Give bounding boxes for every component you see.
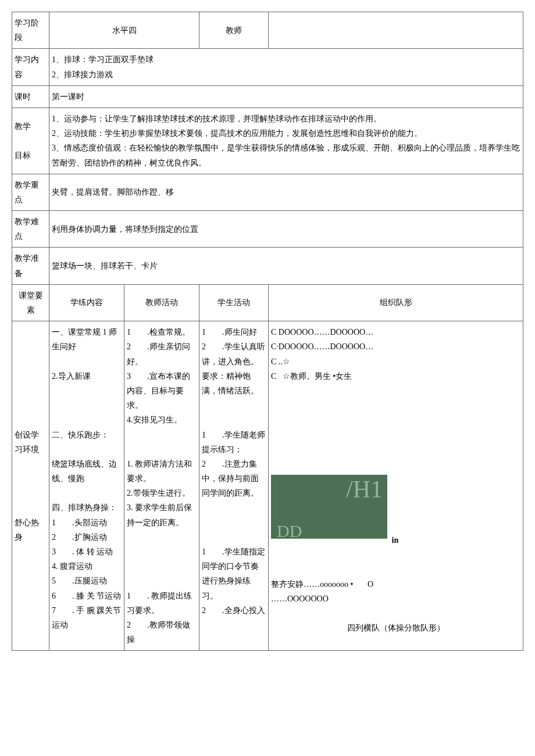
form-b3: 四列横队（体操分散队形）	[271, 621, 520, 635]
form-b1: 整齐安静……ooooooo • O	[271, 577, 520, 592]
student-b1: 1 .学生随老师提示练习；	[202, 428, 266, 457]
content-f4: 4. 腹背运动	[52, 559, 122, 574]
content-f7: 7 . 手 腕 踝关节运动	[52, 603, 122, 632]
activity-label-b: 舒心热身	[15, 515, 47, 544]
student-a3: 要求：精神饱满，情绪活跃。	[202, 369, 266, 398]
in-label: in	[392, 533, 399, 547]
header-row: 学习阶段 水平四 教师	[12, 12, 523, 49]
period-row: 课时 第一课时	[12, 85, 523, 108]
objectives-line2: 2、运动技能：学生初步掌握垫球技术要领，提高技术的应用能力，发展创造性思维和自我…	[52, 126, 520, 141]
content-f6: 6 . 膝 关 节运动	[52, 589, 122, 603]
objectives-label1: 教学	[15, 119, 47, 134]
content-row: 学习内容 1、排球：学习正面双手垫球 2、排球接力游戏	[12, 49, 523, 85]
practice-content-cell: 一、课堂常规 1 师生问好 2.导入新课 二、快乐跑步： 绕篮球场底线、边线、慢…	[49, 321, 124, 651]
keypoint-row: 教学重点 夹臂，提肩送臂。脚部动作蹬、移	[12, 174, 523, 210]
content-e: 四、排球热身操：	[52, 500, 122, 515]
content-label: 学习内容	[12, 49, 49, 85]
teacher-c2: 2 .教师带领做操	[127, 618, 197, 647]
objectives-line3: 3、情感态度价值观：在轻松愉快的教学氛围中，是学生获得快乐的情感体验，形成乐观、…	[52, 141, 520, 170]
difficulty-value: 利用身体协调力量，将球垫到指定的位置	[49, 211, 523, 248]
teacher-label: 教师	[199, 12, 269, 49]
content-a: 一、课堂常规 1 师生问好	[52, 325, 122, 354]
content-f1: 1 .头部运动	[52, 515, 122, 530]
period-value: 第一课时	[49, 85, 523, 108]
activity-label-a: 创设学习环境	[15, 428, 47, 457]
col1-label: 学练内容	[49, 284, 124, 321]
student-a2: 2 .学生认真听讲，进入角色。	[202, 339, 266, 368]
content-d: 绕篮球场底线、边线、慢跑	[52, 457, 122, 486]
objectives-line1: 1、运动参与：让学生了解排球垫球技术的技术原理，并理解垫球动作在排球运动中的作用…	[52, 112, 520, 126]
activity-row: 创设学习环境 舒心热身 一、课堂常规 1 师生问好 2.导入新课 二、快乐跑步：…	[12, 321, 523, 651]
teacher-a4: 4.安排见习生。	[127, 413, 197, 427]
form-a2: C·DOOOOO……DOOOOO…	[271, 339, 520, 354]
teacher-b3: 3. 要求学生前后保持一定的距离。	[127, 500, 197, 529]
student-c1: 1 .学生随指定同学的口令节奏进行热身操练习。	[202, 544, 266, 603]
lesson-plan-table: 学习阶段 水平四 教师 学习内容 1、排球：学习正面双手垫球 2、排球接力游戏 …	[12, 12, 523, 651]
stage-value: 水平四	[49, 12, 199, 49]
student-b2: 2 .注意力集中，保持与前面同学间的距离。	[202, 457, 266, 501]
content-c: 二、快乐跑步：	[52, 428, 122, 442]
stage-label: 学习阶段	[12, 12, 49, 49]
teacher-activity-cell: 1 .检查常规。 2 .师生亲切问好。 3 .宣布本课的内容、目标与要求。 4.…	[124, 321, 199, 651]
keypoint-value: 夹臂，提肩送臂。脚部动作蹬、移	[49, 174, 523, 210]
columns-header-row: 课堂要素 学练内容 教师活动 学生活动 组织队形	[12, 284, 523, 321]
objectives-value: 1、运动参与：让学生了解排球垫球技术的技术原理，并理解垫球动作在排球运动中的作用…	[49, 108, 523, 174]
difficulty-row: 教学难点 利用身体协调力量，将球垫到指定的位置	[12, 211, 523, 248]
teacher-value	[269, 12, 523, 49]
student-c2: 2 .全身心投入	[202, 603, 266, 618]
content-f3: 3 . 体 转 运动	[52, 544, 122, 559]
activity-label-cell: 创设学习环境 舒心热身	[12, 321, 49, 651]
prep-value: 篮球场一块、排球若干、卡片	[49, 248, 523, 284]
teacher-b2: 2.带领学生进行。	[127, 486, 197, 500]
student-activity-cell: 1 .师生问好 2 .学生认真听讲，进入角色。 要求：精神饱满，情绪活跃。 1 …	[199, 321, 269, 651]
content-b: 2.导入新课	[52, 369, 122, 384]
keypoint-label: 教学重点	[12, 174, 49, 210]
formation-image-row: /H1 DD in	[271, 471, 520, 547]
placeholder-image: /H1 DD	[271, 475, 387, 539]
difficulty-label: 教学难点	[12, 211, 49, 248]
content-f2: 2 .扩胸运动	[52, 530, 122, 544]
col2-label: 教师活动	[124, 284, 199, 321]
objectives-label2: 目标	[15, 148, 47, 163]
placeholder-pp: DD	[277, 522, 302, 540]
content-line2: 2、排球接力游戏	[52, 67, 520, 82]
col3-label: 学生活动	[199, 284, 269, 321]
student-a1: 1 .师生问好	[202, 325, 266, 339]
objectives-row: 教学 目标 1、运动参与：让学生了解排球垫球技术的技术原理，并理解垫球动作在排球…	[12, 108, 523, 174]
col4-label: 组织队形	[269, 284, 523, 321]
content-line1: 1、排球：学习正面双手垫球	[52, 52, 520, 67]
placeholder-h1: /H1	[346, 477, 383, 501]
objectives-label: 教学 目标	[12, 108, 49, 174]
prep-label: 教学准备	[12, 248, 49, 284]
formation-cell: C DOOOOO……DOOOOO… C·DOOOOO……DOOOOO… C ..…	[269, 321, 523, 651]
form-a1: C DOOOOO……DOOOOO…	[271, 325, 520, 339]
form-a3: C ..☆	[271, 354, 520, 369]
teacher-c1: 1 . 教师提出练习要求。	[127, 589, 197, 618]
teacher-a3: 3 .宣布本课的内容、目标与要求。	[127, 369, 197, 413]
col0-label: 课堂要素	[12, 284, 49, 321]
content-f5: 5 .压腿运动	[52, 574, 122, 588]
prep-row: 教学准备 篮球场一块、排球若干、卡片	[12, 248, 523, 284]
form-a4: C ☆教师。男生 •女生	[271, 369, 520, 384]
teacher-b1: 1. 教师讲清方法和要求。	[127, 457, 197, 486]
teacher-a2: 2 .师生亲切问好。	[127, 339, 197, 368]
form-b2: ……OOOOOOO	[271, 592, 520, 606]
content-value: 1、排球：学习正面双手垫球 2、排球接力游戏	[49, 49, 523, 85]
period-label: 课时	[12, 85, 49, 108]
lesson-plan-page: 学习阶段 水平四 教师 学习内容 1、排球：学习正面双手垫球 2、排球接力游戏 …	[12, 12, 523, 651]
teacher-a1: 1 .检查常规。	[127, 325, 197, 339]
